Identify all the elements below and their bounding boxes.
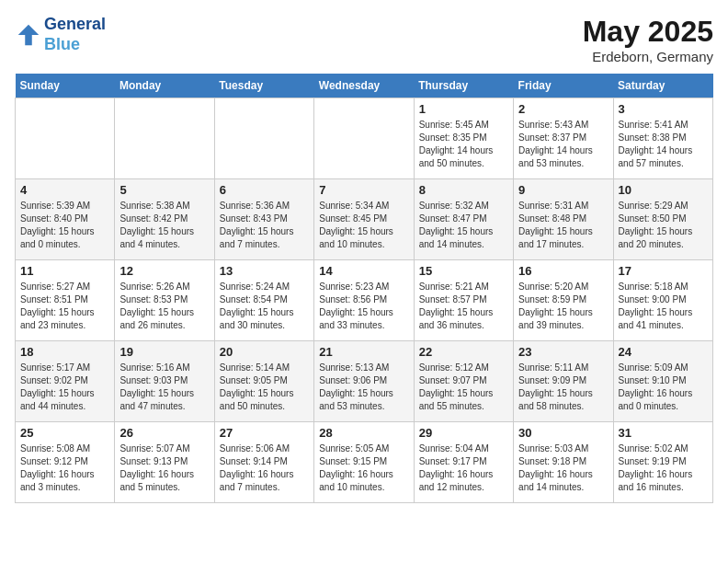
calendar-cell: 25Sunrise: 5:08 AM Sunset: 9:12 PM Dayli…: [16, 422, 115, 503]
calendar-cell: 20Sunrise: 5:14 AM Sunset: 9:05 PM Dayli…: [214, 341, 313, 422]
day-info: Sunrise: 5:41 AM Sunset: 8:38 PM Dayligh…: [619, 119, 708, 170]
location-subtitle: Erdeborn, Germany: [583, 49, 713, 64]
calendar-cell: 19Sunrise: 5:16 AM Sunset: 9:03 PM Dayli…: [115, 341, 214, 422]
day-info: Sunrise: 5:17 AM Sunset: 9:02 PM Dayligh…: [20, 362, 109, 413]
weekday-header-sunday: Sunday: [16, 74, 115, 98]
calendar-cell: 5Sunrise: 5:38 AM Sunset: 8:42 PM Daylig…: [115, 179, 214, 260]
day-info: Sunrise: 5:12 AM Sunset: 9:07 PM Dayligh…: [419, 362, 508, 413]
day-number: 25: [20, 426, 109, 440]
calendar-cell: 31Sunrise: 5:02 AM Sunset: 9:19 PM Dayli…: [613, 422, 712, 503]
day-info: Sunrise: 5:04 AM Sunset: 9:17 PM Dayligh…: [419, 442, 508, 494]
logo-icon: [15, 21, 42, 49]
calendar-cell: 11Sunrise: 5:27 AM Sunset: 8:51 PM Dayli…: [16, 260, 115, 341]
calendar-cell: 13Sunrise: 5:24 AM Sunset: 8:54 PM Dayli…: [214, 260, 313, 341]
day-number: 26: [119, 426, 209, 440]
day-number: 10: [619, 183, 708, 197]
calendar-cell: 18Sunrise: 5:17 AM Sunset: 9:02 PM Dayli…: [16, 341, 115, 422]
day-info: Sunrise: 5:31 AM Sunset: 8:48 PM Dayligh…: [518, 200, 608, 251]
day-number: 9: [518, 183, 608, 197]
day-number: 17: [619, 264, 708, 278]
day-number: 1: [419, 102, 508, 116]
day-number: 5: [119, 183, 209, 197]
calendar-cell: 3Sunrise: 5:41 AM Sunset: 8:38 PM Daylig…: [613, 98, 712, 179]
day-info: Sunrise: 5:16 AM Sunset: 9:03 PM Dayligh…: [119, 362, 209, 413]
day-info: Sunrise: 5:32 AM Sunset: 8:47 PM Dayligh…: [419, 200, 508, 251]
calendar-header: SundayMondayTuesdayWednesdayThursdayFrid…: [16, 74, 713, 98]
weekday-header-wednesday: Wednesday: [314, 74, 414, 98]
day-number: 14: [319, 264, 408, 278]
calendar-cell: 21Sunrise: 5:13 AM Sunset: 9:06 PM Dayli…: [314, 341, 414, 422]
day-info: Sunrise: 5:39 AM Sunset: 8:40 PM Dayligh…: [20, 200, 109, 251]
day-info: Sunrise: 5:13 AM Sunset: 9:06 PM Dayligh…: [319, 362, 408, 413]
calendar-cell: 1Sunrise: 5:45 AM Sunset: 8:35 PM Daylig…: [414, 98, 513, 179]
day-number: 19: [119, 345, 209, 359]
calendar-cell: [314, 98, 414, 179]
calendar-cell: 8Sunrise: 5:32 AM Sunset: 8:47 PM Daylig…: [414, 179, 513, 260]
calendar-cell: 24Sunrise: 5:09 AM Sunset: 9:10 PM Dayli…: [613, 341, 712, 422]
month-title: May 2025: [583, 15, 713, 49]
day-info: Sunrise: 5:24 AM Sunset: 8:54 PM Dayligh…: [220, 281, 309, 332]
day-number: 3: [619, 102, 708, 116]
calendar-cell: [115, 98, 214, 179]
calendar-cell: 9Sunrise: 5:31 AM Sunset: 8:48 PM Daylig…: [514, 179, 613, 260]
calendar-cell: 4Sunrise: 5:39 AM Sunset: 8:40 PM Daylig…: [16, 179, 115, 260]
weekday-header-friday: Friday: [514, 74, 613, 98]
day-info: Sunrise: 5:23 AM Sunset: 8:56 PM Dayligh…: [319, 281, 408, 332]
svg-marker-0: [18, 24, 40, 45]
day-number: 6: [220, 183, 309, 197]
logo-line1: General: [44, 15, 106, 35]
day-info: Sunrise: 5:14 AM Sunset: 9:05 PM Dayligh…: [220, 362, 309, 413]
calendar-cell: [214, 98, 313, 179]
day-number: 16: [518, 264, 608, 278]
calendar-cell: 29Sunrise: 5:04 AM Sunset: 9:17 PM Dayli…: [414, 422, 513, 503]
calendar-cell: 12Sunrise: 5:26 AM Sunset: 8:53 PM Dayli…: [115, 260, 214, 341]
logo-line2: Blue: [44, 35, 106, 55]
calendar-cell: 10Sunrise: 5:29 AM Sunset: 8:50 PM Dayli…: [613, 179, 712, 260]
logo: General Blue: [15, 15, 106, 54]
weekday-header-monday: Monday: [115, 74, 214, 98]
calendar-cell: [16, 98, 115, 179]
calendar-cell: 6Sunrise: 5:36 AM Sunset: 8:43 PM Daylig…: [214, 179, 313, 260]
day-number: 11: [20, 264, 109, 278]
calendar-cell: 23Sunrise: 5:11 AM Sunset: 9:09 PM Dayli…: [514, 341, 613, 422]
calendar-table: SundayMondayTuesdayWednesdayThursdayFrid…: [15, 74, 713, 503]
day-info: Sunrise: 5:27 AM Sunset: 8:51 PM Dayligh…: [20, 281, 109, 332]
title-block: May 2025 Erdeborn, Germany: [583, 15, 713, 64]
calendar-week-4: 18Sunrise: 5:17 AM Sunset: 9:02 PM Dayli…: [16, 341, 713, 422]
weekday-header-tuesday: Tuesday: [214, 74, 313, 98]
day-number: 18: [20, 345, 109, 359]
calendar-cell: 14Sunrise: 5:23 AM Sunset: 8:56 PM Dayli…: [314, 260, 414, 341]
calendar-cell: 26Sunrise: 5:07 AM Sunset: 9:13 PM Dayli…: [115, 422, 214, 503]
calendar-week-2: 4Sunrise: 5:39 AM Sunset: 8:40 PM Daylig…: [16, 179, 713, 260]
calendar-cell: 7Sunrise: 5:34 AM Sunset: 8:45 PM Daylig…: [314, 179, 414, 260]
page-header: General Blue May 2025 Erdeborn, Germany: [15, 15, 713, 64]
day-number: 24: [619, 345, 708, 359]
calendar-cell: 22Sunrise: 5:12 AM Sunset: 9:07 PM Dayli…: [414, 341, 513, 422]
calendar-week-3: 11Sunrise: 5:27 AM Sunset: 8:51 PM Dayli…: [16, 260, 713, 341]
day-number: 23: [518, 345, 608, 359]
weekday-header-thursday: Thursday: [414, 74, 513, 98]
day-info: Sunrise: 5:20 AM Sunset: 8:59 PM Dayligh…: [518, 281, 608, 332]
calendar-cell: 30Sunrise: 5:03 AM Sunset: 9:18 PM Dayli…: [514, 422, 613, 503]
calendar-cell: 17Sunrise: 5:18 AM Sunset: 9:00 PM Dayli…: [613, 260, 712, 341]
day-number: 28: [319, 426, 408, 440]
calendar-week-1: 1Sunrise: 5:45 AM Sunset: 8:35 PM Daylig…: [16, 98, 713, 179]
day-number: 30: [518, 426, 608, 440]
day-info: Sunrise: 5:03 AM Sunset: 9:18 PM Dayligh…: [518, 442, 608, 494]
calendar-cell: 27Sunrise: 5:06 AM Sunset: 9:14 PM Dayli…: [214, 422, 313, 503]
calendar-cell: 2Sunrise: 5:43 AM Sunset: 8:37 PM Daylig…: [514, 98, 613, 179]
day-number: 2: [518, 102, 608, 116]
day-info: Sunrise: 5:21 AM Sunset: 8:57 PM Dayligh…: [419, 281, 508, 332]
day-info: Sunrise: 5:05 AM Sunset: 9:15 PM Dayligh…: [319, 442, 408, 494]
day-info: Sunrise: 5:43 AM Sunset: 8:37 PM Dayligh…: [518, 119, 608, 170]
day-number: 8: [419, 183, 508, 197]
day-number: 15: [419, 264, 508, 278]
day-info: Sunrise: 5:09 AM Sunset: 9:10 PM Dayligh…: [619, 362, 708, 413]
day-number: 4: [20, 183, 109, 197]
day-info: Sunrise: 5:18 AM Sunset: 9:00 PM Dayligh…: [619, 281, 708, 332]
calendar-cell: 16Sunrise: 5:20 AM Sunset: 8:59 PM Dayli…: [514, 260, 613, 341]
calendar-week-5: 25Sunrise: 5:08 AM Sunset: 9:12 PM Dayli…: [16, 422, 713, 503]
day-number: 31: [619, 426, 708, 440]
day-number: 22: [419, 345, 508, 359]
calendar-body: 1Sunrise: 5:45 AM Sunset: 8:35 PM Daylig…: [16, 98, 713, 503]
